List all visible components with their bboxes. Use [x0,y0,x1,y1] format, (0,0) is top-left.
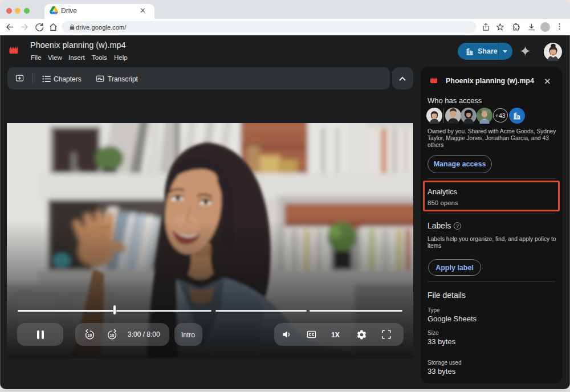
svg-text:10: 10 [110,333,115,337]
svg-text:10: 10 [88,333,92,337]
